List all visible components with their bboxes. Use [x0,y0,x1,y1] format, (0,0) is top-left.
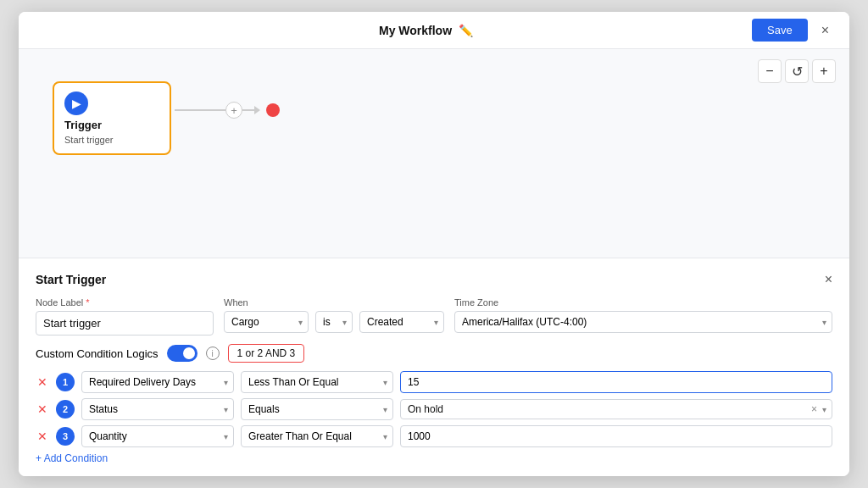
field-select-2[interactable]: Status [81,398,234,420]
timezone-select-wrap: America/Halifax (UTC-4:00) [454,311,832,333]
edit-icon[interactable]: ✏️ [459,24,473,37]
when-label: When [224,297,444,308]
is-select[interactable]: is [315,311,353,333]
timezone-select[interactable]: America/Halifax (UTC-4:00) [454,311,832,333]
panel-close-button[interactable]: × [825,272,832,287]
remove-condition-1-button[interactable]: ✕ [36,376,49,388]
trigger-node-sublabel: Start trigger [64,135,159,145]
operator-select-1[interactable]: Less Than Or Equal [241,371,393,393]
condition-num-3: 3 [56,427,75,446]
field-select-wrap-3: Quantity [81,425,234,447]
condition-row-3: ✕ 3 Quantity Greater Than Or Equal [36,425,832,447]
created-select-wrap: Created [359,311,444,333]
add-condition-button[interactable]: + Add Condition [36,452,108,464]
when-select-wrap: Cargo [224,311,309,333]
top-bar-right: Save × [752,19,836,42]
condition-num-2: 2 [56,400,75,419]
is-select-wrap: is [315,311,353,333]
on-hold-clear-button[interactable]: × [811,403,817,415]
condition-row-1: ✕ 1 Required Delivery Days Less Than Or … [36,371,832,393]
end-node-dot [266,103,280,117]
node-label-group: Node Label * [36,297,214,336]
field-select-3[interactable]: Quantity [81,425,234,447]
custom-condition-row: Custom Condition Logics i 1 or 2 AND 3 [36,344,832,363]
node-connector: + [175,102,280,119]
condition-num-1: 1 [56,373,75,391]
zoom-out-button[interactable]: − [758,59,782,83]
add-node-button[interactable]: + [225,102,242,119]
workflow-title: My Workflow [379,24,452,37]
on-hold-text: On hold [408,403,806,415]
trigger-node[interactable]: ▶ Trigger Start trigger [53,81,171,155]
value-input-3[interactable] [400,425,832,447]
custom-condition-toggle[interactable] [167,345,198,362]
workflow-canvas: − ↺ + ▶ Trigger Start trigger + [19,49,849,258]
field-select-1[interactable]: Required Delivery Days [81,371,234,393]
connector-line [175,109,225,111]
condition-list: ✕ 1 Required Delivery Days Less Than Or … [36,371,832,447]
panel-header: Start Trigger × [36,272,832,287]
top-bar: My Workflow ✏️ Save × [19,12,849,49]
node-label-row: Node Label * When Cargo is [36,297,832,336]
operator-select-2[interactable]: Equals [241,398,393,420]
timezone-label: Time Zone [454,297,832,308]
logic-box: 1 or 2 AND 3 [228,344,305,363]
operator-select-3[interactable]: Greater Than Or Equal [241,425,393,447]
panel-title: Start Trigger [36,273,106,286]
node-label-label: Node Label * [36,297,214,308]
trigger-arrow-icon: ▶ [72,97,81,110]
custom-condition-label: Custom Condition Logics [36,347,159,360]
remove-condition-3-button[interactable]: ✕ [36,430,49,442]
zoom-controls: − ↺ + [758,59,836,83]
start-trigger-panel: Start Trigger × Node Label * When Cargo [19,258,849,476]
on-hold-value-2: On hold × ▾ [400,399,832,419]
trigger-node-label: Trigger [64,119,159,131]
field-select-wrap-2: Status [81,398,234,420]
when-section: Cargo is Created [224,311,444,333]
remove-condition-2-button[interactable]: ✕ [36,403,49,415]
zoom-in-button[interactable]: + [812,59,836,83]
created-select[interactable]: Created [359,311,444,333]
timezone-group: Time Zone America/Halifax (UTC-4:00) [454,297,832,333]
save-button[interactable]: Save [752,19,808,42]
operator-select-wrap-3: Greater Than Or Equal [241,425,393,447]
workflow-modal: My Workflow ✏️ Save × − ↺ + ▶ Trigger St… [19,12,849,476]
condition-row-2: ✕ 2 Status Equals On hold × ▾ [36,398,832,420]
connector-arrow [242,109,259,111]
when-group: When Cargo is Created [224,297,444,333]
top-bar-center: My Workflow ✏️ [379,24,473,37]
on-hold-dropdown-button[interactable]: ▾ [822,405,826,414]
operator-select-wrap-1: Less Than Or Equal [241,371,393,393]
when-select[interactable]: Cargo [224,311,309,333]
modal-close-button[interactable]: × [815,19,836,42]
zoom-reset-button[interactable]: ↺ [785,59,809,83]
field-select-wrap-1: Required Delivery Days [81,371,234,393]
operator-select-wrap-2: Equals [241,398,393,420]
info-icon[interactable]: i [206,347,220,360]
value-input-1[interactable] [400,371,832,393]
trigger-icon: ▶ [64,92,88,115]
node-label-input[interactable] [36,311,214,336]
